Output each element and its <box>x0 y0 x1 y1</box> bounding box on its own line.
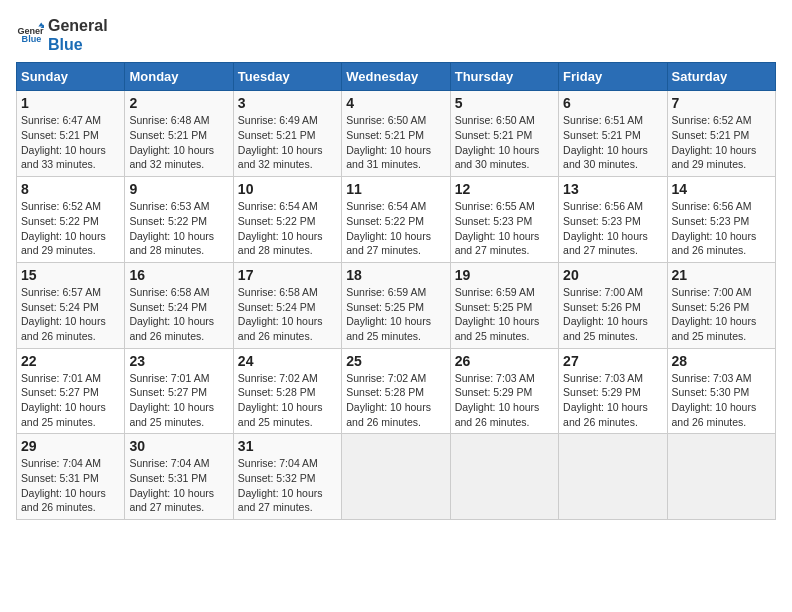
week-row-1: 1 Sunrise: 6:47 AMSunset: 5:21 PMDayligh… <box>17 91 776 177</box>
day-cell: 19 Sunrise: 6:59 AMSunset: 5:25 PMDaylig… <box>450 262 558 348</box>
header-tuesday: Tuesday <box>233 63 341 91</box>
week-row-3: 15 Sunrise: 6:57 AMSunset: 5:24 PMDaylig… <box>17 262 776 348</box>
day-info: Sunrise: 6:57 AMSunset: 5:24 PMDaylight:… <box>21 286 106 342</box>
day-info: Sunrise: 7:03 AMSunset: 5:29 PMDaylight:… <box>455 372 540 428</box>
day-info: Sunrise: 6:53 AMSunset: 5:22 PMDaylight:… <box>129 200 214 256</box>
day-info: Sunrise: 6:48 AMSunset: 5:21 PMDaylight:… <box>129 114 214 170</box>
day-number: 29 <box>21 438 120 454</box>
day-number: 18 <box>346 267 445 283</box>
day-number: 2 <box>129 95 228 111</box>
week-row-4: 22 Sunrise: 7:01 AMSunset: 5:27 PMDaylig… <box>17 348 776 434</box>
day-number: 27 <box>563 353 662 369</box>
day-number: 7 <box>672 95 771 111</box>
day-cell: 17 Sunrise: 6:58 AMSunset: 5:24 PMDaylig… <box>233 262 341 348</box>
day-info: Sunrise: 7:03 AMSunset: 5:29 PMDaylight:… <box>563 372 648 428</box>
day-number: 9 <box>129 181 228 197</box>
day-number: 26 <box>455 353 554 369</box>
day-cell <box>667 434 775 520</box>
day-cell: 4 Sunrise: 6:50 AMSunset: 5:21 PMDayligh… <box>342 91 450 177</box>
day-info: Sunrise: 7:04 AMSunset: 5:31 PMDaylight:… <box>21 457 106 513</box>
day-cell <box>342 434 450 520</box>
day-number: 6 <box>563 95 662 111</box>
day-cell: 26 Sunrise: 7:03 AMSunset: 5:29 PMDaylig… <box>450 348 558 434</box>
calendar-body: 1 Sunrise: 6:47 AMSunset: 5:21 PMDayligh… <box>17 91 776 520</box>
day-cell: 3 Sunrise: 6:49 AMSunset: 5:21 PMDayligh… <box>233 91 341 177</box>
day-cell: 29 Sunrise: 7:04 AMSunset: 5:31 PMDaylig… <box>17 434 125 520</box>
day-cell: 11 Sunrise: 6:54 AMSunset: 5:22 PMDaylig… <box>342 177 450 263</box>
day-cell: 13 Sunrise: 6:56 AMSunset: 5:23 PMDaylig… <box>559 177 667 263</box>
day-number: 14 <box>672 181 771 197</box>
day-info: Sunrise: 6:49 AMSunset: 5:21 PMDaylight:… <box>238 114 323 170</box>
day-cell: 23 Sunrise: 7:01 AMSunset: 5:27 PMDaylig… <box>125 348 233 434</box>
day-info: Sunrise: 6:50 AMSunset: 5:21 PMDaylight:… <box>455 114 540 170</box>
header-friday: Friday <box>559 63 667 91</box>
week-row-2: 8 Sunrise: 6:52 AMSunset: 5:22 PMDayligh… <box>17 177 776 263</box>
day-info: Sunrise: 6:54 AMSunset: 5:22 PMDaylight:… <box>238 200 323 256</box>
header: General Blue General Blue <box>16 16 776 54</box>
day-number: 16 <box>129 267 228 283</box>
header-saturday: Saturday <box>667 63 775 91</box>
day-cell: 30 Sunrise: 7:04 AMSunset: 5:31 PMDaylig… <box>125 434 233 520</box>
header-wednesday: Wednesday <box>342 63 450 91</box>
day-number: 21 <box>672 267 771 283</box>
day-info: Sunrise: 6:52 AMSunset: 5:22 PMDaylight:… <box>21 200 106 256</box>
day-cell: 24 Sunrise: 7:02 AMSunset: 5:28 PMDaylig… <box>233 348 341 434</box>
day-number: 31 <box>238 438 337 454</box>
day-number: 4 <box>346 95 445 111</box>
day-info: Sunrise: 7:01 AMSunset: 5:27 PMDaylight:… <box>129 372 214 428</box>
day-info: Sunrise: 6:58 AMSunset: 5:24 PMDaylight:… <box>129 286 214 342</box>
day-info: Sunrise: 6:56 AMSunset: 5:23 PMDaylight:… <box>563 200 648 256</box>
svg-text:Blue: Blue <box>22 34 42 44</box>
day-number: 3 <box>238 95 337 111</box>
day-cell: 27 Sunrise: 7:03 AMSunset: 5:29 PMDaylig… <box>559 348 667 434</box>
day-number: 17 <box>238 267 337 283</box>
logo-text-general: General <box>48 16 108 35</box>
logo-text-blue: Blue <box>48 35 108 54</box>
day-cell: 16 Sunrise: 6:58 AMSunset: 5:24 PMDaylig… <box>125 262 233 348</box>
day-cell: 21 Sunrise: 7:00 AMSunset: 5:26 PMDaylig… <box>667 262 775 348</box>
day-cell: 22 Sunrise: 7:01 AMSunset: 5:27 PMDaylig… <box>17 348 125 434</box>
day-cell: 1 Sunrise: 6:47 AMSunset: 5:21 PMDayligh… <box>17 91 125 177</box>
day-cell: 8 Sunrise: 6:52 AMSunset: 5:22 PMDayligh… <box>17 177 125 263</box>
day-number: 20 <box>563 267 662 283</box>
week-row-5: 29 Sunrise: 7:04 AMSunset: 5:31 PMDaylig… <box>17 434 776 520</box>
day-number: 8 <box>21 181 120 197</box>
day-info: Sunrise: 6:47 AMSunset: 5:21 PMDaylight:… <box>21 114 106 170</box>
day-info: Sunrise: 7:00 AMSunset: 5:26 PMDaylight:… <box>563 286 648 342</box>
day-info: Sunrise: 7:01 AMSunset: 5:27 PMDaylight:… <box>21 372 106 428</box>
day-number: 5 <box>455 95 554 111</box>
day-cell: 2 Sunrise: 6:48 AMSunset: 5:21 PMDayligh… <box>125 91 233 177</box>
day-cell: 7 Sunrise: 6:52 AMSunset: 5:21 PMDayligh… <box>667 91 775 177</box>
logo: General Blue General Blue <box>16 16 108 54</box>
day-cell: 15 Sunrise: 6:57 AMSunset: 5:24 PMDaylig… <box>17 262 125 348</box>
day-info: Sunrise: 6:59 AMSunset: 5:25 PMDaylight:… <box>455 286 540 342</box>
day-info: Sunrise: 7:04 AMSunset: 5:32 PMDaylight:… <box>238 457 323 513</box>
day-info: Sunrise: 7:02 AMSunset: 5:28 PMDaylight:… <box>238 372 323 428</box>
day-info: Sunrise: 7:02 AMSunset: 5:28 PMDaylight:… <box>346 372 431 428</box>
day-number: 24 <box>238 353 337 369</box>
day-number: 11 <box>346 181 445 197</box>
day-info: Sunrise: 6:56 AMSunset: 5:23 PMDaylight:… <box>672 200 757 256</box>
day-cell: 10 Sunrise: 6:54 AMSunset: 5:22 PMDaylig… <box>233 177 341 263</box>
calendar-header-row: SundayMondayTuesdayWednesdayThursdayFrid… <box>17 63 776 91</box>
day-number: 30 <box>129 438 228 454</box>
day-cell: 6 Sunrise: 6:51 AMSunset: 5:21 PMDayligh… <box>559 91 667 177</box>
day-cell <box>450 434 558 520</box>
day-cell: 25 Sunrise: 7:02 AMSunset: 5:28 PMDaylig… <box>342 348 450 434</box>
day-info: Sunrise: 6:59 AMSunset: 5:25 PMDaylight:… <box>346 286 431 342</box>
day-number: 12 <box>455 181 554 197</box>
day-number: 15 <box>21 267 120 283</box>
day-info: Sunrise: 6:52 AMSunset: 5:21 PMDaylight:… <box>672 114 757 170</box>
logo-icon: General Blue <box>16 21 44 49</box>
day-cell: 20 Sunrise: 7:00 AMSunset: 5:26 PMDaylig… <box>559 262 667 348</box>
day-cell: 31 Sunrise: 7:04 AMSunset: 5:32 PMDaylig… <box>233 434 341 520</box>
day-info: Sunrise: 7:00 AMSunset: 5:26 PMDaylight:… <box>672 286 757 342</box>
day-cell: 14 Sunrise: 6:56 AMSunset: 5:23 PMDaylig… <box>667 177 775 263</box>
day-cell <box>559 434 667 520</box>
day-info: Sunrise: 6:54 AMSunset: 5:22 PMDaylight:… <box>346 200 431 256</box>
day-number: 25 <box>346 353 445 369</box>
header-monday: Monday <box>125 63 233 91</box>
day-info: Sunrise: 6:51 AMSunset: 5:21 PMDaylight:… <box>563 114 648 170</box>
day-info: Sunrise: 6:55 AMSunset: 5:23 PMDaylight:… <box>455 200 540 256</box>
day-cell: 18 Sunrise: 6:59 AMSunset: 5:25 PMDaylig… <box>342 262 450 348</box>
